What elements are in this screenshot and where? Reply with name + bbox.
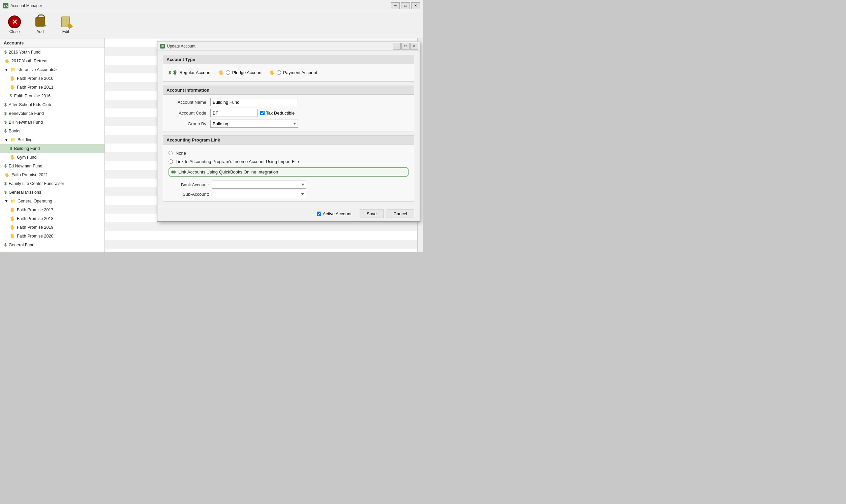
sidebar-item-general-fund[interactable]: $ General Fund [0,240,105,249]
sub-account-select[interactable] [212,190,306,198]
account-code-row: Tax Deductible [210,109,408,117]
quickbooks-link-option[interactable]: Link Accounts Using QuickBooks Online In… [169,167,408,177]
sidebar-item-label: 2017 Youth Retreat [12,59,48,63]
tax-deductible-checkbox[interactable] [260,111,265,115]
minimize-button[interactable]: ─ [391,2,400,9]
dollar-icon: $ [4,242,7,247]
edit-pencil-icon [59,16,72,28]
save-button[interactable]: Save [359,210,384,218]
sidebar-item-building-fund[interactable]: $ Building Fund [0,144,105,153]
accounting-link-section: Accounting Program Link None [163,136,414,202]
sidebar-item-label: Family Life Center Fundraiser [9,181,64,186]
sidebar-item-label: 2016 Youth Fund [9,50,41,55]
group-by-label: Group By [169,121,209,126]
sidebar-item-label: Benevolence Fund [9,111,44,116]
modal-title: Update Account [167,44,195,49]
account-name-row [210,98,408,106]
edit-tool-button[interactable]: Edit [56,14,76,35]
none-link-radio[interactable] [169,151,173,155]
sidebar-item-books[interactable]: $ Books [0,127,105,136]
modal-minimize-button[interactable]: ─ [393,43,401,50]
modal-window-controls: ─ □ ✕ [393,43,418,50]
dollar-icon: $ [4,181,7,186]
modal-footer: Active Account Save Cancel [157,206,420,221]
window-close-button[interactable]: ✕ [411,2,420,9]
modal-icon: SK [160,44,165,49]
sidebar-item-faith-promise-2016[interactable]: $ Faith Promise 2016 [0,92,105,101]
sidebar-item-label: Bill Newman Fund [9,120,43,125]
sub-account-row: Sub-Account: [175,190,408,198]
pledge-account-radio[interactable] [226,70,230,75]
main-content: Accounts $ 2016 Youth Fund 🖐 2017 Youth … [0,38,423,252]
sidebar-item-family-life-center[interactable]: $ Family Life Center Fundraiser [0,179,105,188]
sidebar-item-faith-promise-2019[interactable]: 🖐 Faith Promise 2019 [0,223,105,232]
sidebar-item-gym-fund[interactable]: 🖐 Gym Fund [0,153,105,162]
active-account-checkbox[interactable] [317,212,321,216]
sidebar-item-label: Building Fund [14,146,40,151]
regular-account-option[interactable]: $ Regular Account [169,70,212,75]
window-controls: ─ □ ✕ [391,2,420,9]
modal-close-button[interactable]: ✕ [410,43,418,50]
regular-account-radio[interactable] [173,70,177,75]
sidebar-item-faith-promise-2011[interactable]: 🖐 Faith Promise 2011 [0,83,105,92]
sidebar-item-2016-youth-fund[interactable]: $ 2016 Youth Fund [0,48,105,57]
import-link-radio[interactable] [169,159,173,164]
close-tool-label: Close [10,29,20,34]
group-by-select[interactable]: Building [210,120,298,128]
sidebar-item-label: Faith Promise 2019 [17,225,53,230]
folder-icon: 📁 [11,67,16,72]
add-tool-button[interactable]: + Add [30,14,50,35]
account-type-options: $ Regular Account 🖐 Pledge Account [169,67,408,78]
hand-radio-icon: 🖐 [218,70,224,75]
account-code-label: Account Code [169,110,209,115]
add-tool-icon: + [33,15,47,29]
sidebar-item-faith-promise-2017[interactable]: 🖐 Faith Promise 2017 [0,205,105,214]
edit-tool-icon [59,15,72,29]
maximize-button[interactable]: □ [401,2,410,9]
sidebar-item-ed-newman-fund[interactable]: $ Ed Newman Fund [0,162,105,170]
sidebar-item-bill-newman-fund[interactable]: $ Bill Newman Fund [0,118,105,127]
account-name-input[interactable] [210,98,298,106]
sidebar-item-inactive-accounts[interactable]: ▼ 📁 <In-active Accounts> [0,65,105,74]
account-info-header: Account Information [163,86,414,95]
sidebar-item-benevolence-fund[interactable]: $ Benevolence Fund [0,109,105,118]
sidebar-item-faith-promise-2020[interactable]: 🖐 Faith Promise 2020 [0,232,105,240]
bank-account-select[interactable] [212,181,306,189]
sidebar-item-non-cash-fund[interactable]: $ Non Cash Fund [0,249,105,252]
app-title: Account Manager [11,3,42,8]
quickbooks-link-label: Link Accounts Using QuickBooks Online In… [178,169,278,175]
sidebar-item-label: Faith Promise 2010 [17,76,53,81]
none-link-option[interactable]: None [169,150,408,156]
import-link-option[interactable]: Link to Accounting Program's Income Acco… [169,159,408,164]
pledge-account-option[interactable]: 🖐 Pledge Account [218,70,263,75]
tax-deductible-checkbox-label[interactable]: Tax Deductible [260,110,295,115]
account-code-input[interactable] [210,109,258,117]
sidebar-item-general-operating[interactable]: ▼ 📁 General Operating [0,197,105,205]
payment-account-option[interactable]: 🖐 Payment Account [269,70,317,75]
chevron-down-icon: ▼ [4,67,8,72]
quickbooks-link-radio[interactable] [171,170,176,174]
account-name-label: Account Name [169,100,209,105]
sidebar-item-label: Faith Promise 2011 [17,85,53,90]
sidebar-item-2017-youth-retreat[interactable]: 🖐 2017 Youth Retreat [0,57,105,65]
group-by-row: Building [210,120,408,128]
sidebar-item-label: Faith Promise 2016 [14,94,51,98]
payment-radio-icon: 🖐 [269,70,275,75]
sidebar-item-after-school[interactable]: $ After-School Kids Club [0,101,105,109]
cancel-button[interactable]: Cancel [387,210,414,218]
sub-account-label: Sub-Account: [175,192,209,197]
payment-account-radio[interactable] [277,70,281,75]
sidebar-item-label: Building [18,138,32,142]
sidebar-item-faith-promise-2018[interactable]: 🖐 Faith Promise 2018 [0,214,105,223]
dollar-icon: $ [10,146,12,151]
close-tool-button[interactable]: ✕ Close [4,14,24,35]
bank-account-label: Bank Account: [175,182,209,187]
modal-maximize-button[interactable]: □ [402,43,409,50]
account-type-body: $ Regular Account 🖐 Pledge Account [163,64,414,81]
edit-tool-label: Edit [63,29,69,34]
sidebar-item-faith-promise-2010[interactable]: 🖐 Faith Promise 2010 [0,74,105,83]
active-account-checkbox-label[interactable]: Active Account [317,211,352,216]
sidebar-item-faith-promise-2021[interactable]: 🖐 Faith Promise 2021 [0,170,105,179]
sidebar-item-general-missions[interactable]: $ General Missions [0,188,105,197]
sidebar-item-building[interactable]: ▼ 📁 Building [0,136,105,144]
